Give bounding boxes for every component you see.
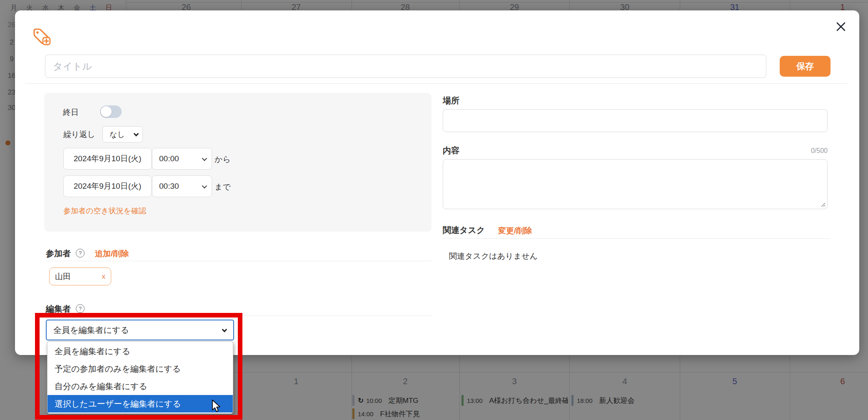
char-counter: 0/500 xyxy=(786,147,828,155)
close-icon[interactable] xyxy=(835,20,848,34)
help-icon[interactable]: ? xyxy=(76,249,85,258)
repeat-label: 繰り返し xyxy=(63,129,95,140)
start-time-value: 00:00 xyxy=(159,154,179,163)
editors-select[interactable]: 全員を編集者にする xyxy=(46,320,234,340)
chevron-down-icon xyxy=(222,327,227,332)
repeat-select-value: なし xyxy=(110,130,125,140)
editors-select-value: 全員を編集者にする xyxy=(53,325,129,336)
editors-dropdown-list: 全員を編集者にする 予定の参加者のみを編集者にする 自分のみを編集者にする 選択… xyxy=(47,341,233,414)
event-edit-modal: 保存 終日 繰り返し なし 2024年9月10日(火) 00:00 から 202… xyxy=(15,10,859,355)
participant-name: 山田 xyxy=(55,271,71,282)
add-tag-icon[interactable] xyxy=(32,27,52,48)
section-divider xyxy=(46,315,432,316)
datetime-panel: 終日 繰り返し なし 2024年9月10日(火) 00:00 から 2024年9… xyxy=(44,93,432,232)
dropdown-option[interactable]: 自分のみを編集者にする xyxy=(47,378,233,395)
resize-handle-icon[interactable] xyxy=(820,202,826,207)
change-delete-tasks-link[interactable]: 変更/削除 xyxy=(498,225,532,236)
all-day-label: 終日 xyxy=(63,107,79,118)
repeat-select[interactable]: なし xyxy=(102,126,143,142)
location-label: 場所 xyxy=(443,95,459,106)
start-time-select[interactable]: 00:00 xyxy=(152,148,212,170)
section-divider xyxy=(46,261,432,261)
to-label: まで xyxy=(215,182,231,192)
participants-label: 参加者 xyxy=(46,248,71,259)
chevron-down-icon xyxy=(134,131,139,137)
editors-label: 編集者 xyxy=(46,303,71,315)
all-day-toggle[interactable] xyxy=(100,105,122,118)
end-date-value: 2024年9月10日(火) xyxy=(74,181,142,192)
participant-chip: 山田 x xyxy=(49,268,111,285)
save-button[interactable]: 保存 xyxy=(780,56,831,77)
remove-participant-icon[interactable]: x xyxy=(102,272,106,281)
related-tasks-label: 関連タスク xyxy=(443,225,485,236)
from-label: から xyxy=(215,154,231,165)
add-remove-participants-link[interactable]: 追加/削除 xyxy=(95,248,129,259)
dropdown-option[interactable]: 全員を編集者にする xyxy=(47,342,233,360)
help-icon[interactable]: ? xyxy=(76,304,85,313)
end-date-field[interactable]: 2024年9月10日(火) xyxy=(63,175,152,197)
related-tasks-empty-text: 関連タスクはありません xyxy=(449,251,538,262)
chevron-down-icon xyxy=(202,155,207,161)
header-divider xyxy=(25,83,848,84)
section-divider xyxy=(443,238,830,239)
dropdown-option[interactable]: 予定の参加者のみを編集者にする xyxy=(47,360,233,378)
title-input[interactable] xyxy=(45,55,766,78)
location-input[interactable] xyxy=(443,109,828,132)
start-date-field[interactable]: 2024年9月10日(火) xyxy=(63,148,152,170)
start-date-value: 2024年9月10日(火) xyxy=(74,153,142,164)
check-availability-link[interactable]: 参加者の空き状況を確認 xyxy=(63,206,146,216)
description-label: 内容 xyxy=(443,145,459,156)
end-time-value: 00:30 xyxy=(159,182,179,191)
dropdown-option-highlighted[interactable]: 選択したユーザーを編集者にする xyxy=(47,395,233,412)
mouse-cursor-icon xyxy=(210,399,221,415)
description-textarea[interactable] xyxy=(443,159,828,209)
end-time-select[interactable]: 00:30 xyxy=(152,175,212,197)
chevron-down-icon xyxy=(202,183,207,188)
